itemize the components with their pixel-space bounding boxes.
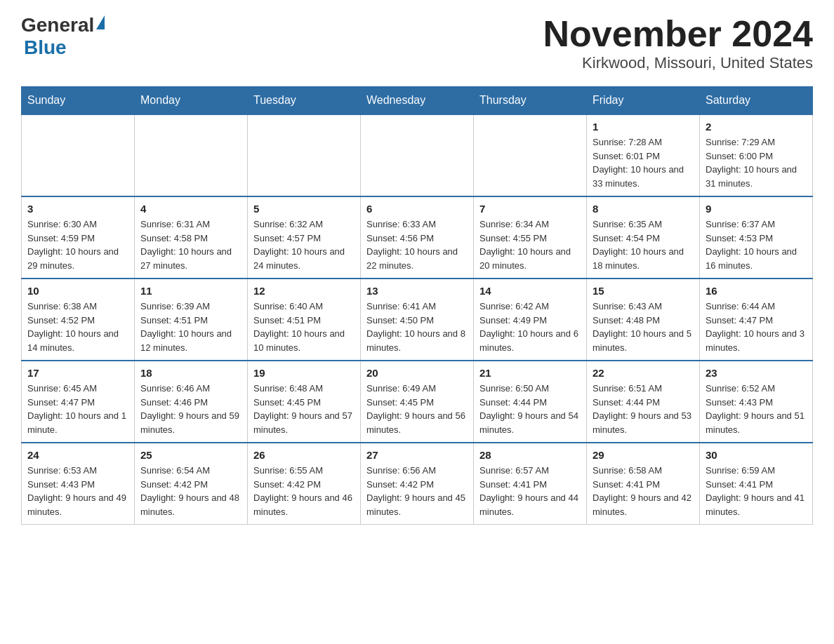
- week-row-5: 24Sunrise: 6:53 AM Sunset: 4:43 PM Dayli…: [22, 443, 813, 525]
- day-info: Sunrise: 6:53 AM Sunset: 4:43 PM Dayligh…: [27, 464, 128, 518]
- calendar-cell: 5Sunrise: 6:32 AM Sunset: 4:57 PM Daylig…: [248, 196, 361, 279]
- calendar-cell: [248, 114, 361, 196]
- day-number: 28: [479, 449, 581, 461]
- day-number: 1: [593, 121, 694, 133]
- day-number: 23: [706, 367, 807, 379]
- day-number: 12: [253, 285, 355, 297]
- calendar-cell: 22Sunrise: 6:51 AM Sunset: 4:44 PM Dayli…: [587, 361, 700, 443]
- day-number: 19: [253, 367, 355, 379]
- day-number: 21: [479, 367, 581, 379]
- day-number: 26: [253, 449, 355, 461]
- week-row-2: 3Sunrise: 6:30 AM Sunset: 4:59 PM Daylig…: [22, 196, 813, 279]
- day-info: Sunrise: 6:48 AM Sunset: 4:45 PM Dayligh…: [253, 382, 355, 436]
- calendar-cell: 23Sunrise: 6:52 AM Sunset: 4:43 PM Dayli…: [700, 361, 813, 443]
- week-row-1: 1Sunrise: 7:28 AM Sunset: 6:01 PM Daylig…: [22, 114, 813, 196]
- day-number: 11: [140, 285, 241, 297]
- day-info: Sunrise: 6:32 AM Sunset: 4:57 PM Dayligh…: [253, 217, 355, 272]
- day-number: 7: [479, 203, 581, 215]
- day-info: Sunrise: 6:35 AM Sunset: 4:54 PM Dayligh…: [593, 217, 694, 272]
- calendar-cell: 18Sunrise: 6:46 AM Sunset: 4:46 PM Dayli…: [135, 361, 248, 443]
- day-info: Sunrise: 6:46 AM Sunset: 4:46 PM Dayligh…: [140, 382, 241, 436]
- calendar-subtitle: Kirkwood, Missouri, United States: [543, 54, 813, 72]
- calendar-cell: 12Sunrise: 6:40 AM Sunset: 4:51 PM Dayli…: [248, 279, 361, 361]
- calendar-title: November 2024: [543, 14, 813, 54]
- day-number: 18: [140, 367, 241, 379]
- day-info: Sunrise: 6:43 AM Sunset: 4:48 PM Dayligh…: [593, 300, 694, 354]
- logo-blue-text: Blue: [24, 36, 67, 58]
- calendar-cell: 9Sunrise: 6:37 AM Sunset: 4:53 PM Daylig…: [700, 196, 813, 279]
- day-info: Sunrise: 6:30 AM Sunset: 4:59 PM Dayligh…: [27, 217, 128, 272]
- day-info: Sunrise: 6:41 AM Sunset: 4:50 PM Dayligh…: [366, 300, 468, 354]
- calendar-cell: [135, 114, 248, 196]
- calendar-header-row: SundayMondayTuesdayWednesdayThursdayFrid…: [22, 87, 813, 115]
- calendar-cell: 29Sunrise: 6:58 AM Sunset: 4:41 PM Dayli…: [587, 443, 700, 525]
- calendar-cell: 10Sunrise: 6:38 AM Sunset: 4:52 PM Dayli…: [22, 279, 135, 361]
- day-number: 8: [593, 203, 694, 215]
- calendar-cell: [22, 114, 135, 196]
- calendar-cell: 17Sunrise: 6:45 AM Sunset: 4:47 PM Dayli…: [22, 361, 135, 443]
- day-info: Sunrise: 6:42 AM Sunset: 4:49 PM Dayligh…: [479, 300, 581, 354]
- logo: General Blue: [21, 14, 105, 59]
- day-number: 20: [366, 367, 468, 379]
- calendar-cell: 19Sunrise: 6:48 AM Sunset: 4:45 PM Dayli…: [248, 361, 361, 443]
- title-block: November 2024 Kirkwood, Missouri, United…: [543, 14, 813, 72]
- day-number: 25: [140, 449, 241, 461]
- day-number: 14: [479, 285, 581, 297]
- day-info: Sunrise: 6:44 AM Sunset: 4:47 PM Dayligh…: [706, 300, 807, 354]
- day-number: 3: [27, 203, 128, 215]
- day-info: Sunrise: 6:31 AM Sunset: 4:58 PM Dayligh…: [140, 217, 241, 272]
- day-info: Sunrise: 6:55 AM Sunset: 4:42 PM Dayligh…: [253, 464, 355, 518]
- day-number: 4: [140, 203, 241, 215]
- day-info: Sunrise: 6:51 AM Sunset: 4:44 PM Dayligh…: [593, 382, 694, 436]
- day-number: 24: [27, 449, 128, 461]
- day-info: Sunrise: 6:52 AM Sunset: 4:43 PM Dayligh…: [706, 382, 807, 436]
- day-number: 29: [593, 449, 694, 461]
- day-header-wednesday: Wednesday: [361, 87, 474, 115]
- day-number: 17: [27, 367, 128, 379]
- day-info: Sunrise: 6:59 AM Sunset: 4:41 PM Dayligh…: [706, 464, 807, 518]
- day-info: Sunrise: 7:28 AM Sunset: 6:01 PM Dayligh…: [593, 135, 694, 190]
- week-row-3: 10Sunrise: 6:38 AM Sunset: 4:52 PM Dayli…: [22, 279, 813, 361]
- day-info: Sunrise: 6:39 AM Sunset: 4:51 PM Dayligh…: [140, 300, 241, 354]
- calendar-cell: [474, 114, 587, 196]
- calendar-cell: 21Sunrise: 6:50 AM Sunset: 4:44 PM Dayli…: [474, 361, 587, 443]
- calendar-cell: 11Sunrise: 6:39 AM Sunset: 4:51 PM Dayli…: [135, 279, 248, 361]
- day-number: 6: [366, 203, 468, 215]
- day-number: 10: [27, 285, 128, 297]
- calendar-cell: 2Sunrise: 7:29 AM Sunset: 6:00 PM Daylig…: [700, 114, 813, 196]
- day-header-monday: Monday: [135, 87, 248, 115]
- day-header-sunday: Sunday: [22, 87, 135, 115]
- day-info: Sunrise: 6:33 AM Sunset: 4:56 PM Dayligh…: [366, 217, 468, 272]
- logo-triangle-icon: [96, 15, 105, 29]
- calendar-cell: 16Sunrise: 6:44 AM Sunset: 4:47 PM Dayli…: [700, 279, 813, 361]
- day-header-saturday: Saturday: [700, 87, 813, 115]
- day-number: 2: [706, 121, 807, 133]
- day-number: 22: [593, 367, 694, 379]
- day-header-friday: Friday: [587, 87, 700, 115]
- logo-general-text: General: [21, 14, 94, 36]
- day-number: 27: [366, 449, 468, 461]
- calendar-cell: 13Sunrise: 6:41 AM Sunset: 4:50 PM Dayli…: [361, 279, 474, 361]
- calendar-table: SundayMondayTuesdayWednesdayThursdayFrid…: [21, 86, 813, 525]
- calendar-cell: 4Sunrise: 6:31 AM Sunset: 4:58 PM Daylig…: [135, 196, 248, 279]
- day-header-thursday: Thursday: [474, 87, 587, 115]
- day-number: 16: [706, 285, 807, 297]
- calendar-cell: 26Sunrise: 6:55 AM Sunset: 4:42 PM Dayli…: [248, 443, 361, 525]
- page-header: General Blue November 2024 Kirkwood, Mis…: [21, 14, 813, 72]
- calendar-cell: 8Sunrise: 6:35 AM Sunset: 4:54 PM Daylig…: [587, 196, 700, 279]
- day-info: Sunrise: 6:38 AM Sunset: 4:52 PM Dayligh…: [27, 300, 128, 354]
- day-number: 15: [593, 285, 694, 297]
- day-info: Sunrise: 6:34 AM Sunset: 4:55 PM Dayligh…: [479, 217, 581, 272]
- day-info: Sunrise: 7:29 AM Sunset: 6:00 PM Dayligh…: [706, 135, 807, 190]
- calendar-cell: 6Sunrise: 6:33 AM Sunset: 4:56 PM Daylig…: [361, 196, 474, 279]
- day-info: Sunrise: 6:54 AM Sunset: 4:42 PM Dayligh…: [140, 464, 241, 518]
- calendar-cell: 28Sunrise: 6:57 AM Sunset: 4:41 PM Dayli…: [474, 443, 587, 525]
- day-info: Sunrise: 6:49 AM Sunset: 4:45 PM Dayligh…: [366, 382, 468, 436]
- calendar-cell: 20Sunrise: 6:49 AM Sunset: 4:45 PM Dayli…: [361, 361, 474, 443]
- day-info: Sunrise: 6:56 AM Sunset: 4:42 PM Dayligh…: [366, 464, 468, 518]
- day-number: 30: [706, 449, 807, 461]
- day-info: Sunrise: 6:40 AM Sunset: 4:51 PM Dayligh…: [253, 300, 355, 354]
- day-number: 9: [706, 203, 807, 215]
- calendar-cell: 24Sunrise: 6:53 AM Sunset: 4:43 PM Dayli…: [22, 443, 135, 525]
- calendar-cell: 27Sunrise: 6:56 AM Sunset: 4:42 PM Dayli…: [361, 443, 474, 525]
